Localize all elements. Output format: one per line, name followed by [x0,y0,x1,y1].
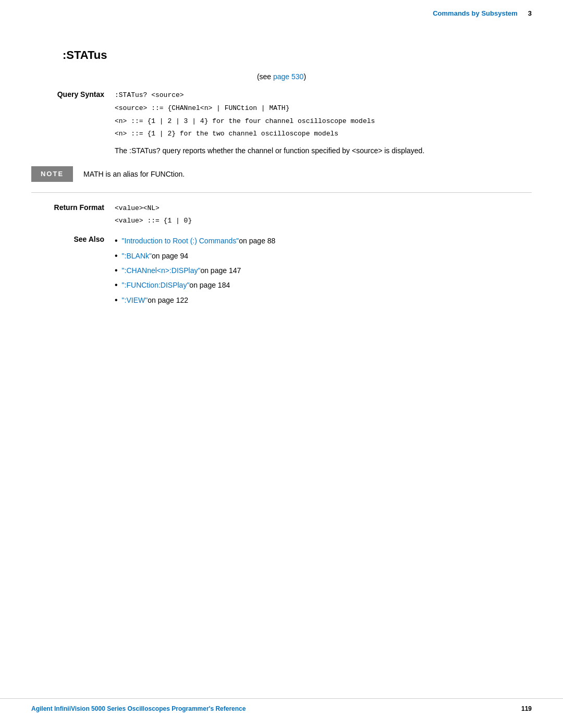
list-item: ":FUNCtion:DISPlay" on page 184 [115,279,532,291]
return-format-label: Return Format [31,203,115,212]
return-format-content: <value><NL> <value> ::= {1 | 0} [115,203,532,229]
note-row: NOTE MATH is an alias for FUNCtion. [31,166,532,182]
query-syntax-content: :STATus? <source> <source> ::= {CHANnel<… [115,90,532,157]
query-syntax-line-1: :STATus? <source> [115,90,532,101]
query-syntax-line-4: <n> ::= {1 | 2} for the two channel osci… [115,129,532,140]
header-page-number: 3 [528,9,532,17]
footer-page-number: 119 [521,705,532,712]
see-page-link[interactable]: page 530 [273,72,303,81]
return-format-row: Return Format <value><NL> <value> ::= {1… [31,203,532,229]
query-syntax-prose: The :STATus? query reports whether the c… [115,145,532,156]
see-also-label: See Also [31,235,115,243]
query-syntax-line-3: <n> ::= {1 | 2 | 3 | 4} for the four cha… [115,116,532,127]
query-syntax-row: Query Syntax :STATus? <source> <source> … [31,90,532,157]
page: Commands by Subsystem 3 :STATus (see pag… [0,0,563,728]
see-also-row: See Also "Introduction to Root (:) Comma… [31,235,532,309]
note-text: MATH is an alias for FUNCtion. [83,166,185,180]
see-also-suffix-4: on page 184 [189,279,230,291]
footer-title: Agilent InfiniiVision 5000 Series Oscill… [31,705,246,712]
see-also-suffix-1: on page 88 [239,235,275,246]
page-header: Commands by Subsystem 3 [0,0,563,22]
see-also-suffix-2: on page 94 [152,250,188,262]
list-item: ":VIEW" on page 122 [115,294,532,306]
list-item: ":BLANk" on page 94 [115,250,532,262]
section-heading: :STATus [31,48,532,62]
note-label: NOTE [31,166,73,182]
see-also-list: "Introduction to Root (:) Commands" on p… [115,235,532,306]
see-also-link-1[interactable]: "Introduction to Root (:) Commands" [122,235,239,246]
query-syntax-line-2: <source> ::= {CHANnel<n> | FUNCtion | MA… [115,103,532,114]
see-also-link-5[interactable]: ":VIEW" [122,294,148,306]
see-reference: (see page 530) [31,72,532,81]
see-also-link-4[interactable]: ":FUNCtion:DISPlay" [122,279,190,291]
list-item: ":CHANnel<n>:DISPlay" on page 147 [115,265,532,276]
query-syntax-label: Query Syntax [31,90,115,98]
header-title: Commands by Subsystem [433,9,518,17]
return-format-line-2: <value> ::= {1 | 0} [115,216,532,227]
see-also-link-3[interactable]: ":CHANnel<n>:DISPlay" [122,265,201,276]
page-footer: Agilent InfiniiVision 5000 Series Oscill… [0,698,563,712]
see-also-content: "Introduction to Root (:) Commands" on p… [115,235,532,309]
main-content: :STATus (see page 530) Query Syntax :STA… [0,22,563,344]
return-format-line-1: <value><NL> [115,203,532,214]
see-also-suffix-3: on page 147 [200,265,241,276]
section-divider [31,192,532,193]
list-item: "Introduction to Root (:) Commands" on p… [115,235,532,246]
see-also-link-2[interactable]: ":BLANk" [122,250,152,262]
see-also-suffix-5: on page 122 [148,294,188,306]
